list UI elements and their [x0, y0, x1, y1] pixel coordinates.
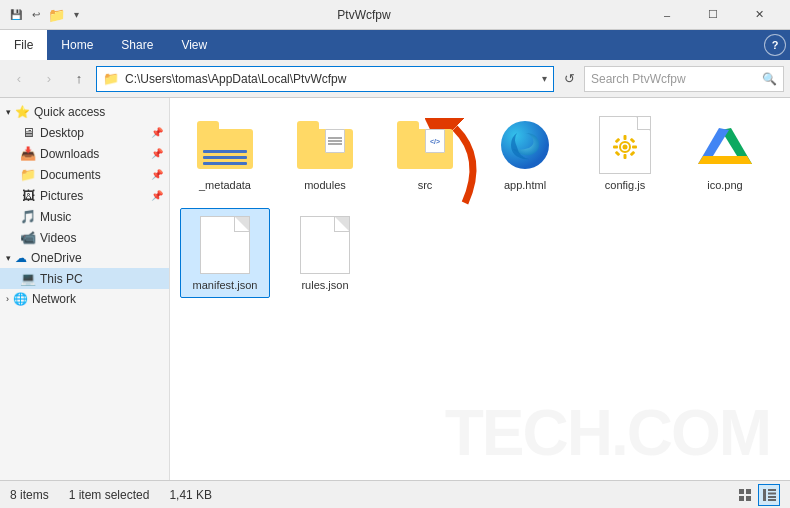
sidebar-onedrive[interactable]: ▾ ☁ OneDrive — [0, 248, 169, 268]
svg-rect-8 — [615, 138, 621, 144]
svg-rect-23 — [768, 492, 776, 494]
title-bar-icons: 💾 ↩ 📁 ▾ — [8, 7, 84, 23]
sidebar-quick-access[interactable]: ▾ ⭐ Quick access — [0, 102, 169, 122]
file-label-src: src — [418, 179, 433, 191]
sidebar-item-music[interactable]: 🎵 Music — [0, 206, 169, 227]
search-box[interactable]: Search PtvWcfpw 🔍 — [584, 66, 784, 92]
file-label-modules: modules — [304, 179, 346, 191]
up-button[interactable]: ↑ — [66, 66, 92, 92]
large-icons-view-button[interactable] — [734, 484, 756, 506]
pin-icon-pictures: 📌 — [151, 190, 163, 201]
dropdown-arrow-icon: ▾ — [68, 7, 84, 23]
undo-icon: ↩ — [28, 7, 44, 23]
icon-apphtml — [495, 115, 555, 175]
file-item-modules[interactable]: modules — [280, 108, 370, 198]
search-icon: 🔍 — [762, 72, 777, 86]
svg-point-3 — [623, 145, 628, 150]
svg-marker-16 — [698, 156, 752, 164]
svg-rect-20 — [746, 496, 751, 501]
file-item-metadata[interactable]: _metadata — [180, 108, 270, 198]
help-button[interactable]: ? — [764, 34, 786, 56]
minimize-button[interactable]: – — [644, 0, 690, 30]
svg-point-1 — [501, 121, 549, 169]
refresh-button[interactable]: ↺ — [558, 68, 580, 90]
close-button[interactable]: ✕ — [736, 0, 782, 30]
desktop-label: Desktop — [40, 126, 147, 140]
videos-icon: 📹 — [20, 230, 36, 245]
ribbon-tab-share[interactable]: Share — [107, 30, 167, 60]
sidebar-item-videos[interactable]: 📹 Videos — [0, 227, 169, 248]
icon-icopng — [695, 115, 755, 175]
thispc-icon: 💻 — [20, 271, 36, 286]
main-content: ▾ ⭐ Quick access 🖥 Desktop 📌 📥 Downloads… — [0, 98, 790, 480]
sidebar-item-downloads[interactable]: 📥 Downloads 📌 — [0, 143, 169, 164]
sidebar-item-thispc[interactable]: 💻 This PC — [0, 268, 169, 289]
svg-rect-9 — [630, 138, 636, 144]
watermark: TECH.COM — [445, 396, 770, 470]
svg-rect-7 — [632, 146, 637, 149]
details-view-button[interactable] — [758, 484, 780, 506]
window-title: PtvWcfpw — [84, 8, 644, 22]
address-bar: ‹ › ↑ 📁 C:\Users\tomas\AppData\Local\Ptv… — [0, 60, 790, 98]
desktop-icon: 🖥 — [20, 125, 36, 140]
save-icon: 💾 — [8, 7, 24, 23]
address-input-wrap[interactable]: 📁 C:\Users\tomas\AppData\Local\PtvWcfpw … — [96, 66, 554, 92]
sidebar-item-desktop[interactable]: 🖥 Desktop 📌 — [0, 122, 169, 143]
icon-manifestjson — [195, 215, 255, 275]
ribbon-tab-file[interactable]: File — [0, 30, 47, 60]
file-item-manifestjson[interactable]: manifest.json — [180, 208, 270, 298]
file-label-metadata: _metadata — [199, 179, 251, 191]
onedrive-label: OneDrive — [31, 251, 82, 265]
pictures-label: Pictures — [40, 189, 147, 203]
documents-label: Documents — [40, 168, 147, 182]
network-icon: 🌐 — [13, 292, 28, 306]
expand-arrow-icon-net: › — [6, 294, 9, 304]
svg-rect-18 — [746, 489, 751, 494]
ribbon-tab-home[interactable]: Home — [47, 30, 107, 60]
file-label-manifestjson: manifest.json — [193, 279, 258, 291]
svg-rect-22 — [768, 489, 776, 491]
sidebar-item-pictures[interactable]: 🖼 Pictures 📌 — [0, 185, 169, 206]
file-area: _metadata — [170, 98, 790, 480]
icon-rulesjson — [295, 215, 355, 275]
address-dropdown-icon[interactable]: ▾ — [542, 73, 547, 84]
folder-icon: 📁 — [48, 7, 64, 23]
title-controls: – ☐ ✕ — [644, 0, 782, 30]
onedrive-icon: ☁ — [15, 251, 27, 265]
pin-icon-documents: 📌 — [151, 169, 163, 180]
svg-rect-11 — [630, 151, 636, 157]
back-button[interactable]: ‹ — [6, 66, 32, 92]
expand-arrow-icon-od: ▾ — [6, 253, 11, 263]
maximize-button[interactable]: ☐ — [690, 0, 736, 30]
file-item-rulesjson[interactable]: rules.json — [280, 208, 370, 298]
title-bar: 💾 ↩ 📁 ▾ PtvWcfpw – ☐ ✕ — [0, 0, 790, 30]
thispc-label: This PC — [40, 272, 163, 286]
ribbon-tab-view[interactable]: View — [167, 30, 221, 60]
ribbon-right: ? — [764, 34, 790, 56]
file-item-icopng[interactable]: ico.png — [680, 108, 770, 198]
sidebar: ▾ ⭐ Quick access 🖥 Desktop 📌 📥 Downloads… — [0, 98, 170, 480]
quick-access-label: Quick access — [34, 105, 105, 119]
file-item-src[interactable]: </> src — [380, 108, 470, 198]
file-item-apphtml[interactable]: app.html — [480, 108, 570, 198]
file-size: 1,41 KB — [169, 488, 212, 502]
sidebar-network[interactable]: › 🌐 Network — [0, 289, 169, 309]
svg-rect-6 — [613, 146, 618, 149]
svg-rect-5 — [624, 154, 627, 159]
sidebar-item-documents[interactable]: 📁 Documents 📌 — [0, 164, 169, 185]
pin-icon-desktop: 📌 — [151, 127, 163, 138]
folder-icon-modules — [295, 115, 355, 175]
file-item-configjs[interactable]: config.js — [580, 108, 670, 198]
file-grid: _metadata — [180, 108, 780, 298]
svg-rect-17 — [739, 489, 744, 494]
svg-rect-10 — [615, 151, 621, 157]
svg-rect-4 — [624, 135, 627, 140]
svg-rect-24 — [768, 496, 776, 498]
forward-button[interactable]: › — [36, 66, 62, 92]
search-placeholder: Search PtvWcfpw — [591, 72, 758, 86]
address-path: C:\Users\tomas\AppData\Local\PtvWcfpw — [125, 72, 536, 86]
status-bar: 8 items 1 item selected 1,41 KB — [0, 480, 790, 508]
network-label: Network — [32, 292, 76, 306]
downloads-label: Downloads — [40, 147, 147, 161]
file-label-apphtml: app.html — [504, 179, 546, 191]
